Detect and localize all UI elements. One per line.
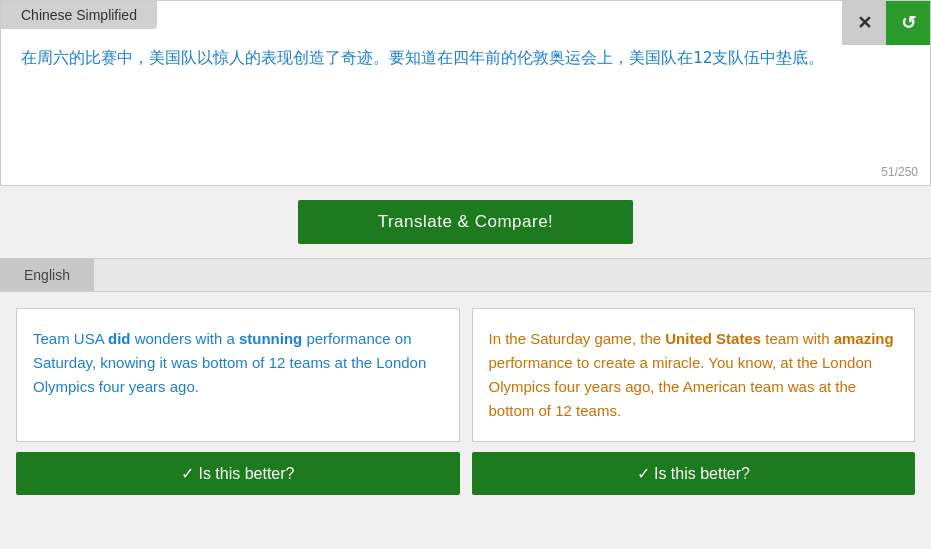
card-2-team: team with bbox=[761, 330, 834, 347]
card-2-rest: performance to create a miracle. You kno… bbox=[489, 354, 873, 419]
translation-cards: Team USA did wonders with a stunning per… bbox=[0, 292, 931, 442]
translate-bar: Translate & Compare! bbox=[0, 186, 931, 258]
card-1-stunning: stunning bbox=[239, 330, 302, 347]
translate-compare-button[interactable]: Translate & Compare! bbox=[298, 200, 634, 244]
is-better-button-1[interactable]: ✓ Is this better? bbox=[16, 452, 460, 495]
card-1-text-span: Team USA bbox=[33, 330, 108, 347]
card-2-text: In the Saturday game, the United States … bbox=[489, 327, 899, 423]
translation-card-2: In the Saturday game, the United States … bbox=[472, 308, 916, 442]
card-1-text: Team USA did wonders with a stunning per… bbox=[33, 327, 443, 399]
translation-card-1: Team USA did wonders with a stunning per… bbox=[16, 308, 460, 442]
card-footer: ✓ Is this better? ✓ Is this better? bbox=[0, 442, 931, 511]
output-lang-bar: English bbox=[0, 258, 931, 292]
card-1-did: did bbox=[108, 330, 131, 347]
source-panel: Chinese Simplified ✕ ↺ 51/250 bbox=[0, 0, 931, 186]
refresh-button[interactable]: ↺ bbox=[886, 1, 930, 45]
output-lang-label: English bbox=[0, 259, 94, 291]
char-count: 51/250 bbox=[1, 163, 930, 185]
source-input[interactable] bbox=[1, 29, 930, 159]
card-2-us: United States bbox=[665, 330, 761, 347]
close-button[interactable]: ✕ bbox=[842, 1, 886, 45]
source-lang-label: Chinese Simplified bbox=[1, 1, 157, 29]
card-1-wonders: wonders with a bbox=[131, 330, 239, 347]
card-2-amazing: amazing bbox=[834, 330, 894, 347]
lang-tab-spacer bbox=[94, 259, 931, 291]
card-2-intro: In the Saturday game, the bbox=[489, 330, 666, 347]
top-controls: ✕ ↺ bbox=[842, 1, 930, 45]
is-better-button-2[interactable]: ✓ Is this better? bbox=[472, 452, 916, 495]
